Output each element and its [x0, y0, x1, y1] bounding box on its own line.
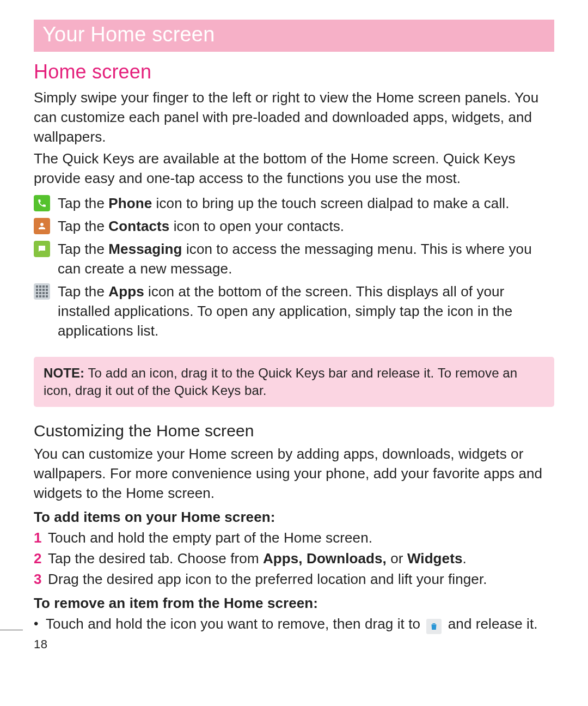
quick-key-messaging-text: Tap the Messaging icon to access the mes… — [58, 239, 554, 278]
trash-icon — [426, 619, 442, 634]
step-3: 3 Drag the desired app icon to the prefe… — [34, 569, 554, 589]
section-heading-home-screen: Home screen — [34, 60, 554, 83]
contacts-icon — [34, 218, 50, 234]
quick-key-apps-text: Tap the Apps icon at the bottom of the s… — [58, 282, 554, 340]
add-items-steps: 1 Touch and hold the empty part of the H… — [34, 528, 554, 589]
manual-page: Your Home screen Home screen Simply swip… — [0, 0, 588, 706]
intro-paragraph-2: The Quick Keys are available at the bott… — [34, 149, 554, 188]
messaging-icon — [34, 241, 50, 257]
subheading-add-items: To add items on your Home screen: — [34, 507, 554, 527]
page-number: 18 — [34, 637, 47, 652]
note-text: To add an icon, drag it to the Quick Key… — [44, 366, 517, 398]
quick-keys-list: Tap the Phone icon to bring up the touch… — [34, 193, 554, 340]
page-divider — [0, 630, 23, 630]
intro-paragraph-1: Simply swipe your finger to the left or … — [34, 88, 554, 147]
page-banner: Your Home screen — [34, 20, 554, 52]
step-2: 2 Tap the desired tab. Choose from Apps,… — [34, 549, 554, 568]
remove-item-text: Touch and hold the icon you want to remo… — [46, 614, 538, 634]
apps-icon — [34, 283, 50, 300]
step-number: 2 — [34, 549, 48, 568]
body-content: Simply swipe your finger to the left or … — [34, 88, 554, 634]
customizing-paragraph: You can customize your Home screen by ad… — [34, 444, 554, 503]
section-heading-customizing: Customizing the Home screen — [34, 421, 554, 441]
step-1: 1 Touch and hold the empty part of the H… — [34, 528, 554, 547]
phone-icon — [34, 195, 50, 211]
step-text: Touch and hold the empty part of the Hom… — [48, 528, 372, 547]
quick-key-apps-row: Tap the Apps icon at the bottom of the s… — [34, 282, 554, 340]
quick-key-phone-text: Tap the Phone icon to bring up the touch… — [58, 193, 554, 213]
quick-key-messaging-row: Tap the Messaging icon to access the mes… — [34, 239, 554, 278]
note-box: NOTE: To add an icon, drag it to the Qui… — [34, 357, 554, 407]
quick-key-contacts-row: Tap the Contacts icon to open your conta… — [34, 216, 554, 236]
bullet-dot: • — [34, 614, 46, 634]
step-number: 3 — [34, 569, 48, 589]
remove-item-bullet: • Touch and hold the icon you want to re… — [34, 614, 554, 634]
quick-key-phone-row: Tap the Phone icon to bring up the touch… — [34, 193, 554, 213]
quick-key-contacts-text: Tap the Contacts icon to open your conta… — [58, 216, 554, 236]
subheading-remove-item: To remove an item from the Home screen: — [34, 593, 554, 613]
step-text: Tap the desired tab. Choose from Apps, D… — [48, 549, 467, 568]
note-label: NOTE: — [44, 366, 84, 380]
step-number: 1 — [34, 528, 48, 547]
step-text: Drag the desired app icon to the preferr… — [48, 569, 487, 589]
